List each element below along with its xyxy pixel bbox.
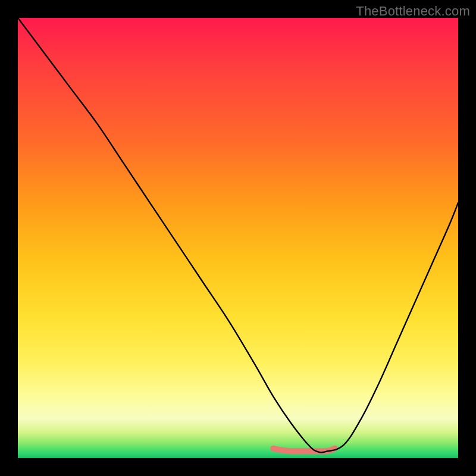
chart-frame: TheBottleneck.com	[0, 0, 476, 476]
plot-area	[18, 18, 458, 458]
optimal-band-path	[273, 449, 335, 452]
bottleneck-curve-path	[18, 18, 458, 452]
watermark-text: TheBottleneck.com	[356, 4, 470, 19]
curve-layer	[18, 18, 458, 458]
